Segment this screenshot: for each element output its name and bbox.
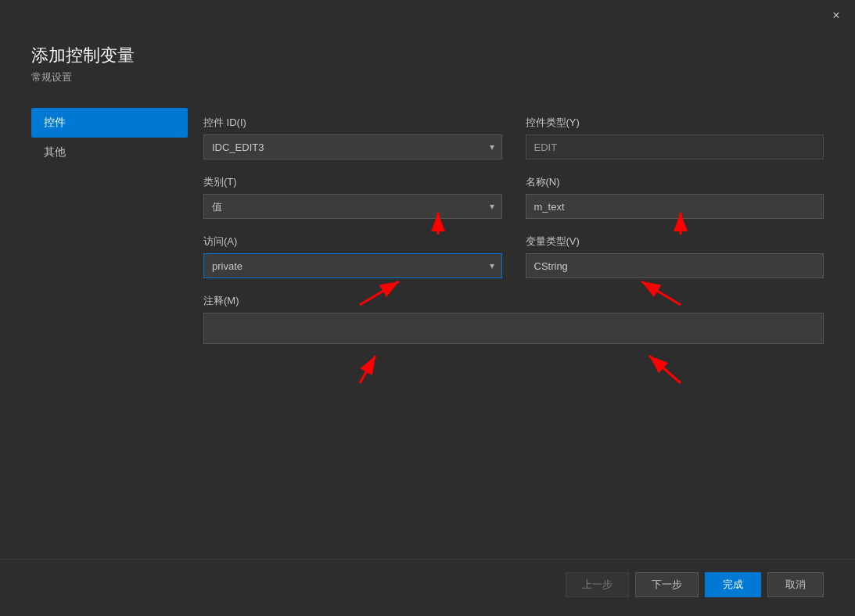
variable-type-input[interactable] bbox=[526, 253, 824, 278]
form-row-4: 注释(M) bbox=[203, 294, 824, 344]
form-content: 控件 ID(I) IDC_EDIT3 控件类型(Y) 类别(T) bbox=[203, 108, 824, 367]
sidebar-item-other[interactable]: 其他 bbox=[31, 138, 188, 167]
access-label: 访问(A) bbox=[203, 235, 502, 249]
name-label: 名称(N) bbox=[526, 175, 824, 189]
dialog-header: 添加控制变量 常规设置 bbox=[0, 31, 855, 100]
control-type-input bbox=[526, 134, 824, 159]
control-id-label: 控件 ID(I) bbox=[203, 116, 502, 130]
prev-button[interactable]: 上一步 bbox=[566, 572, 629, 597]
dialog-footer: 上一步 下一步 完成 取消 bbox=[0, 559, 855, 616]
next-button[interactable]: 下一步 bbox=[635, 572, 699, 597]
comment-label: 注释(M) bbox=[203, 294, 824, 308]
control-id-select-wrapper: IDC_EDIT3 bbox=[203, 134, 502, 159]
form-row-1: 控件 ID(I) IDC_EDIT3 控件类型(Y) bbox=[203, 116, 824, 159]
access-select-wrapper: private public protected bbox=[203, 253, 502, 278]
dialog-body: 控件 其他 控件 ID(I) IDC_EDIT3 控件类型(Y) bbox=[0, 100, 855, 375]
dialog: × 添加控制变量 常规设置 控件 其他 控件 ID(I) IDC_EDIT3 bbox=[0, 0, 855, 616]
dialog-title: 添加控制变量 bbox=[31, 44, 824, 67]
form-group-access: 访问(A) private public protected bbox=[203, 235, 502, 278]
form-row-3: 访问(A) private public protected 变量类型(V) bbox=[203, 235, 824, 278]
form-group-control-type: 控件类型(Y) bbox=[526, 116, 824, 159]
title-bar: × bbox=[0, 0, 855, 31]
comment-textarea[interactable] bbox=[203, 313, 824, 344]
variable-type-label: 变量类型(V) bbox=[526, 235, 824, 249]
cancel-button[interactable]: 取消 bbox=[767, 572, 824, 597]
form-group-control-id: 控件 ID(I) IDC_EDIT3 bbox=[203, 116, 502, 159]
category-select-wrapper: 值 bbox=[203, 194, 502, 219]
close-button[interactable]: × bbox=[827, 6, 846, 25]
dialog-subtitle: 常规设置 bbox=[31, 70, 824, 84]
form-group-name: 名称(N) bbox=[526, 175, 824, 219]
form-group-category: 类别(T) 值 bbox=[203, 175, 502, 219]
access-select[interactable]: private public protected bbox=[203, 253, 502, 278]
control-id-select[interactable]: IDC_EDIT3 bbox=[203, 134, 502, 159]
form-row-2: 类别(T) 值 名称(N) bbox=[203, 175, 824, 219]
spacer bbox=[0, 375, 855, 559]
sidebar: 控件 其他 bbox=[31, 108, 188, 367]
category-label: 类别(T) bbox=[203, 175, 502, 189]
name-input[interactable] bbox=[526, 194, 824, 219]
form-group-variable-type: 变量类型(V) bbox=[526, 235, 824, 278]
finish-button[interactable]: 完成 bbox=[705, 572, 761, 597]
control-type-label: 控件类型(Y) bbox=[526, 116, 824, 130]
form-group-comment: 注释(M) bbox=[203, 294, 824, 344]
sidebar-item-controls[interactable]: 控件 bbox=[31, 108, 188, 138]
category-select[interactable]: 值 bbox=[203, 194, 502, 219]
